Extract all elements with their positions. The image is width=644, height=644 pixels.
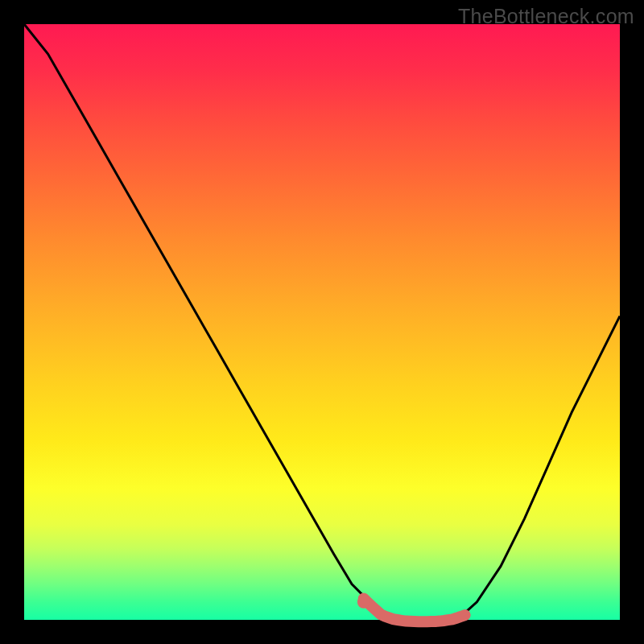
marker-dot [357,596,370,609]
bottleneck-curve-path [24,24,620,619]
curve-svg [24,24,620,620]
chart-frame: TheBottleneck.com [0,0,644,644]
highlight-segment [364,598,465,621]
plot-area [24,24,620,620]
